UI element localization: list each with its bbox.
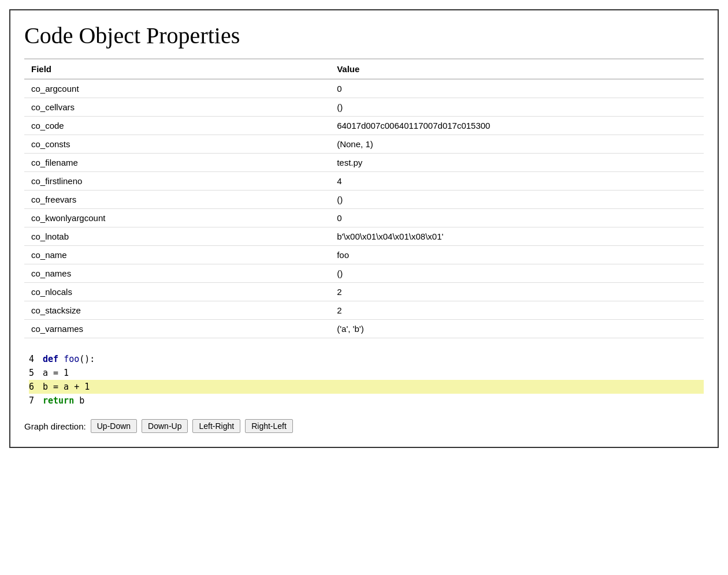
btn-left-right[interactable]: Left-Right [192, 419, 240, 433]
table-cell-field: co_names [24, 264, 330, 283]
table-row: co_nlocals2 [24, 283, 704, 301]
code-line-5: 5 a = 1 [29, 366, 704, 380]
table-cell-value: 4 [330, 172, 704, 191]
table-row: co_consts(None, 1) [24, 135, 704, 154]
table-row: co_freevars() [24, 191, 704, 209]
table-cell-field: co_filename [24, 154, 330, 172]
table-cell-value: foo [330, 246, 704, 264]
table-row: co_argcount0 [24, 79, 704, 98]
table-row: co_kwonlyargcount0 [24, 209, 704, 227]
col-header-value: Value [330, 59, 704, 79]
table-cell-field: co_varnames [24, 320, 330, 338]
table-cell-value: () [330, 264, 704, 283]
table-cell-field: co_lnotab [24, 227, 330, 246]
table-cell-field: co_nlocals [24, 283, 330, 301]
code-content-6: b = a + 1 [43, 380, 90, 394]
table-cell-field: co_consts [24, 135, 330, 154]
table-row: co_code64017d007c00640117007d017c015300 [24, 117, 704, 135]
table-cell-field: co_argcount [24, 79, 330, 98]
table-row: co_names() [24, 264, 704, 283]
table-cell-value: (None, 1) [330, 135, 704, 154]
btn-right-left[interactable]: Right-Left [245, 419, 293, 433]
table-cell-field: co_cellvars [24, 98, 330, 117]
table-cell-value: 0 [330, 209, 704, 227]
line-num-6: 6 [29, 380, 40, 394]
table-cell-field: co_stacksize [24, 301, 330, 320]
page-container: Code Object Properties Field Value co_ar… [9, 9, 719, 448]
line-num-5: 5 [29, 366, 40, 380]
table-row: co_filenametest.py [24, 154, 704, 172]
btn-up-down[interactable]: Up-Down [91, 419, 137, 433]
col-header-field: Field [24, 59, 330, 79]
table-cell-value: 64017d007c00640117007d017c015300 [330, 117, 704, 135]
table-cell-value: () [330, 191, 704, 209]
line-num-7: 7 [29, 394, 40, 408]
code-content-4: def foo(): [43, 352, 95, 366]
table-cell-value: b'\x00\x01\x04\x01\x08\x01' [330, 227, 704, 246]
table-row: co_firstlineno4 [24, 172, 704, 191]
table-cell-field: co_kwonlyargcount [24, 209, 330, 227]
code-line-4: 4 def foo(): [29, 352, 704, 366]
table-cell-field: co_firstlineno [24, 172, 330, 191]
table-cell-value: test.py [330, 154, 704, 172]
table-cell-field: co_code [24, 117, 330, 135]
code-content-7: return b [43, 394, 84, 408]
table-cell-field: co_freevars [24, 191, 330, 209]
table-cell-value: 0 [330, 79, 704, 98]
graph-direction-label: Graph direction: [24, 421, 86, 431]
table-row: co_stacksize2 [24, 301, 704, 320]
page-title: Code Object Properties [24, 22, 704, 49]
properties-table: Field Value co_argcount0co_cellvars()co_… [24, 58, 704, 338]
table-row: co_namefoo [24, 246, 704, 264]
code-block: 4 def foo(): 5 a = 1 6 b = a + 1 7 retur… [24, 352, 704, 408]
code-line-7: 7 return b [29, 394, 704, 408]
code-content-5: a = 1 [43, 366, 69, 380]
table-cell-value: 2 [330, 283, 704, 301]
table-row: co_varnames('a', 'b') [24, 320, 704, 338]
table-cell-value: ('a', 'b') [330, 320, 704, 338]
table-cell-value: () [330, 98, 704, 117]
table-row: co_lnotabb'\x00\x01\x04\x01\x08\x01' [24, 227, 704, 246]
btn-down-up[interactable]: Down-Up [142, 419, 188, 433]
graph-direction-section: Graph direction: Up-Down Down-Up Left-Ri… [24, 419, 704, 433]
table-row: co_cellvars() [24, 98, 704, 117]
code-line-6: 6 b = a + 1 [29, 380, 704, 394]
table-cell-value: 2 [330, 301, 704, 320]
table-cell-field: co_name [24, 246, 330, 264]
line-num-4: 4 [29, 352, 40, 366]
